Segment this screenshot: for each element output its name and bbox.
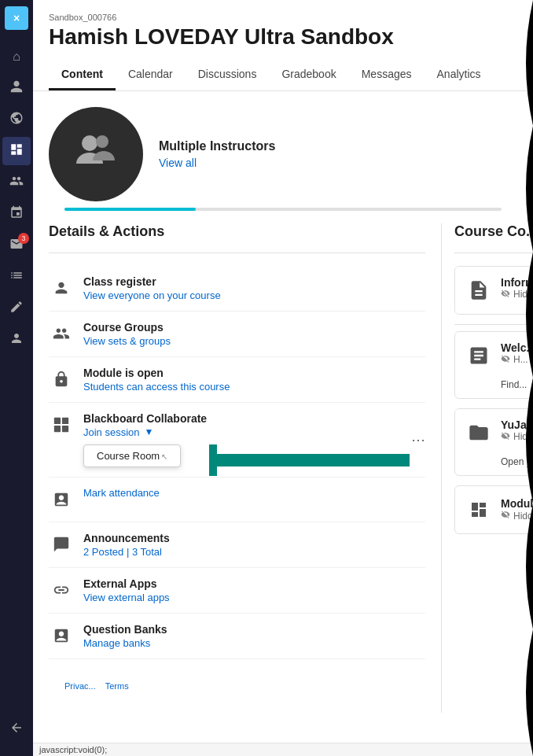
progress-bar-fill	[64, 208, 196, 211]
module-open-link[interactable]: Students can access this course	[83, 381, 425, 393]
yuja-card-icon	[465, 419, 493, 447]
course-room-button[interactable]: Course Room↖	[83, 444, 181, 467]
sidebar-item-edit[interactable]	[2, 294, 31, 323]
groups-icon	[9, 174, 24, 191]
module-open-content: Module is open Students can access this …	[83, 367, 425, 393]
question-banks-icon	[49, 623, 74, 648]
welcome-card: Welc... H... Find...	[454, 331, 533, 399]
tab-gradebook[interactable]: Gradebook	[269, 60, 348, 90]
external-apps-title: External Apps	[83, 577, 425, 590]
instructor-banner: Multiple Instructors View all	[33, 91, 533, 201]
edit-icon	[9, 300, 24, 317]
announcements-icon	[49, 532, 74, 557]
module-hidden-icon	[501, 510, 510, 522]
dropdown-arrow-icon[interactable]: ▼	[145, 426, 154, 437]
welcome-card-icon	[465, 341, 493, 370]
sidebar-item-mail[interactable]: 3	[2, 231, 31, 260]
question-banks-content: Question Banks Manage banks	[83, 623, 425, 649]
welcome-card-title: Welc...	[501, 341, 533, 354]
sidebar-item-back[interactable]	[2, 715, 31, 743]
sidebar-item-user[interactable]	[2, 74, 31, 102]
attendance-content: Mark attendance	[83, 487, 425, 499]
sidebar-item-groups[interactable]	[2, 168, 31, 197]
welcome-card-header: Welc... H...	[455, 332, 533, 379]
content-area: Details & Actions Class register View ev…	[33, 223, 533, 713]
details-column: Details & Actions Class register View ev…	[33, 223, 442, 713]
attendance-icon	[49, 487, 74, 512]
hidden-icon	[501, 289, 510, 301]
external-apps-icon	[49, 577, 74, 603]
footer: Privac... Terms	[49, 675, 425, 697]
course-groups-icon	[49, 321, 74, 346]
external-apps-link[interactable]: View external apps	[83, 592, 425, 603]
attendance-link[interactable]: Mark attendance	[83, 487, 425, 499]
class-register-link[interactable]: View everyone on your course	[83, 289, 425, 301]
mail-badge: 3	[18, 233, 29, 244]
yuja-card-header: YuJa: ... Hidd...	[455, 409, 533, 456]
sidebar-item-home[interactable]: ⌂	[2, 42, 31, 71]
tab-discussions[interactable]: Discussions	[186, 60, 270, 90]
course-groups-link[interactable]: View sets & groups	[83, 335, 425, 347]
collaborate-content: Blackboard Collaborate Join session ▼ Co…	[83, 412, 425, 467]
home-icon: ⌂	[13, 50, 20, 64]
question-banks-item: Question Banks Manage banks	[49, 614, 425, 659]
tab-content[interactable]: Content	[49, 60, 116, 90]
welcome-card-desc: Find...	[455, 379, 533, 398]
sandbox-label: Sandbox_000766	[49, 13, 517, 22]
sidebar-item-globe[interactable]	[2, 105, 31, 134]
header: Sandbox_000766 Hamish LOVEDAY Ultra Sand…	[33, 0, 533, 91]
welcome-card-meta-text: H...	[513, 354, 528, 365]
sidebar-close-button[interactable]: ×	[5, 6, 28, 30]
avatar-icon	[72, 126, 119, 182]
course-col-title: Course Co...	[454, 223, 533, 253]
module-card-icon	[465, 496, 493, 524]
privacy-link[interactable]: Privac...	[64, 681, 96, 691]
information-card-meta: Hidden fr...	[501, 289, 533, 301]
welcome-card-meta: H...	[501, 354, 533, 366]
progress-bar	[64, 208, 502, 211]
tab-analytics[interactable]: Analytics	[425, 60, 494, 90]
course-groups-title: Course Groups	[83, 321, 425, 334]
nav-tabs: Content Calendar Discussions Gradebook M…	[49, 60, 517, 90]
instructor-info: Multiple Instructors View all	[159, 139, 275, 169]
sidebar-item-list[interactable]	[2, 263, 31, 291]
class-register-item: Class register View everyone on your cou…	[49, 266, 425, 312]
person-icon	[9, 331, 24, 348]
yuja-card-meta: Hidd...	[501, 431, 533, 443]
sidebar-item-person[interactable]	[2, 326, 31, 354]
close-icon: ×	[13, 12, 20, 24]
join-session-link[interactable]: Join session	[83, 426, 140, 438]
terms-link[interactable]: Terms	[105, 681, 129, 691]
information-card-icon	[465, 276, 493, 304]
view-all-link[interactable]: View all	[159, 157, 275, 169]
announcements-link[interactable]: 2 Posted | 3 Total	[83, 546, 425, 558]
course-groups-content: Course Groups View sets & groups	[83, 321, 425, 347]
cursor-indicator: ↖	[161, 452, 167, 461]
svg-point-0	[82, 135, 97, 151]
collaborate-item: Blackboard Collaborate Join session ▼ Co…	[49, 403, 425, 478]
tab-calendar[interactable]: Calendar	[116, 60, 186, 90]
course-column: Course Co... Informatio... Hidden fr...	[442, 223, 533, 713]
module-open-title: Module is open	[83, 367, 425, 379]
module-open-item: Module is open Students can access this …	[49, 357, 425, 403]
yuja-card: YuJa: ... Hidd... Open yo...	[454, 408, 533, 476]
divider	[454, 324, 533, 325]
module-card-title: Module C...	[501, 497, 533, 510]
module-card: Module C... Hidde...	[454, 485, 533, 534]
more-options-icon[interactable]: ⋯	[411, 431, 425, 448]
tab-messages[interactable]: Messages	[349, 60, 425, 90]
sidebar-item-dashboard[interactable]	[2, 137, 31, 165]
yuja-card-title: YuJa: ...	[501, 419, 533, 431]
sidebar-item-calendar[interactable]	[2, 200, 31, 228]
class-register-icon	[49, 275, 74, 301]
question-banks-title: Question Banks	[83, 623, 425, 636]
external-apps-item: External Apps View external apps	[49, 568, 425, 614]
status-bar-text: javascript:void(0);	[39, 745, 107, 754]
information-card-meta-text: Hidden fr...	[513, 289, 533, 300]
collaborate-icon	[49, 412, 74, 437]
collaborate-title: Blackboard Collaborate	[83, 412, 425, 425]
globe-icon	[9, 111, 24, 128]
question-banks-link[interactable]: Manage banks	[83, 637, 425, 649]
lock-icon	[49, 367, 74, 392]
course-groups-item: Course Groups View sets & groups	[49, 312, 425, 357]
